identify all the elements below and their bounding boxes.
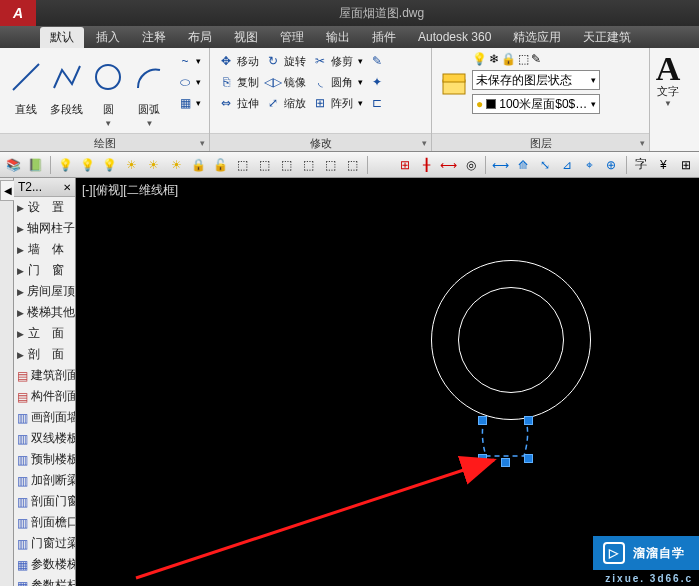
polyline-button[interactable]: 多段线	[47, 52, 86, 119]
palette-group[interactable]: ▶墙 体	[14, 239, 75, 260]
explode-button[interactable]: ✦	[367, 73, 387, 91]
rotate-button[interactable]: ↻旋转	[263, 52, 308, 70]
grip[interactable]	[524, 454, 533, 463]
tab-output[interactable]: 输出	[316, 27, 360, 48]
text-icon[interactable]: A	[656, 54, 681, 84]
palette-group[interactable]: ▶设 置	[14, 197, 75, 218]
mirror-button[interactable]: ◁▷镜像	[263, 73, 308, 91]
tb-bulb2[interactable]: 💡	[78, 155, 97, 175]
draw-misc2[interactable]: ⬭▾	[175, 73, 203, 91]
tb-t1[interactable]: 字	[632, 155, 651, 175]
palette-item[interactable]: ▥画剖面墙	[14, 407, 75, 428]
tab-insert[interactable]: 插入	[86, 27, 130, 48]
panel-draw-title[interactable]: 绘图	[0, 133, 209, 151]
tb-t3[interactable]: ⊞	[676, 155, 695, 175]
layer-current-dropdown[interactable]: ● 100米屋面$0$屋面 ▾	[472, 94, 600, 114]
tb-dim2[interactable]: ◎	[461, 155, 480, 175]
tab-default[interactable]: 默认	[40, 27, 84, 48]
tb-mk1[interactable]: ⬚	[233, 155, 252, 175]
fillet-button[interactable]: ◟圆角▾	[310, 73, 365, 91]
offset-button[interactable]: ⊏	[367, 94, 387, 112]
move-button[interactable]: ✥移动	[216, 52, 261, 70]
tb-layer1[interactable]: 📚	[4, 155, 23, 175]
tb-dim1[interactable]: ⟷	[439, 155, 458, 175]
tab-featured[interactable]: 精选应用	[503, 27, 571, 48]
draw-misc3[interactable]: ▦▾	[175, 94, 203, 112]
app-logo[interactable]: A	[0, 0, 36, 26]
tb-mk2[interactable]: ⬚	[255, 155, 274, 175]
palette-item[interactable]: ▥剖面檐口	[14, 512, 75, 533]
palette-item[interactable]: ▦参数楼梯	[14, 554, 75, 575]
layer-iso-icon[interactable]: ⬚	[518, 52, 529, 66]
layer-freeze-icon[interactable]: ❄	[489, 52, 499, 66]
grip[interactable]	[478, 454, 487, 463]
tb-mk3[interactable]: ⬚	[277, 155, 296, 175]
circle-button[interactable]: 圆 ▼	[89, 52, 128, 130]
tb-t2[interactable]: ¥	[654, 155, 673, 175]
palette-group[interactable]: ▶房间屋顶	[14, 281, 75, 302]
qat-new-icon[interactable]	[42, 5, 58, 21]
drawing-canvas[interactable]: [-][俯视][二维线框] ▷ 溜溜自学 zixue. 3d66.c	[76, 178, 699, 586]
grip-mid[interactable]	[501, 458, 510, 467]
palette-group[interactable]: ▶楼梯其他	[14, 302, 75, 323]
left-tab[interactable]: ◀	[0, 180, 15, 201]
tb-mk4[interactable]: ⬚	[299, 155, 318, 175]
tb-bulb1[interactable]: 💡	[56, 155, 75, 175]
tb-layer2[interactable]: 📗	[26, 155, 45, 175]
tb-sun1[interactable]: ☀	[122, 155, 141, 175]
tb-d1[interactable]: ⟷	[491, 155, 510, 175]
tb-mk6[interactable]: ⬚	[343, 155, 362, 175]
panel-modify-title[interactable]: 修改	[210, 133, 431, 151]
layer-off-icon[interactable]: 💡	[472, 52, 487, 66]
panel-layer-title[interactable]: 图层	[432, 133, 649, 151]
tab-tangent[interactable]: 天正建筑	[573, 27, 641, 48]
tb-grid[interactable]: ⊞	[395, 155, 414, 175]
draw-misc1[interactable]: ~▾	[175, 52, 203, 70]
palette-item[interactable]: ▦参数栏杆	[14, 575, 75, 586]
tab-layout[interactable]: 布局	[178, 27, 222, 48]
palette-item[interactable]: ▤构件剖面	[14, 386, 75, 407]
close-icon[interactable]: ✕	[63, 182, 71, 193]
tb-d2[interactable]: ⟰	[513, 155, 532, 175]
tb-sun3[interactable]: ☀	[167, 155, 186, 175]
grip[interactable]	[478, 416, 487, 425]
tb-d5[interactable]: ⌖	[580, 155, 599, 175]
tab-autodesk360[interactable]: Autodesk 360	[408, 28, 501, 46]
trim-button[interactable]: ✂修剪▾	[310, 52, 365, 70]
palette-group[interactable]: ▶门 窗	[14, 260, 75, 281]
tab-manage[interactable]: 管理	[270, 27, 314, 48]
tab-annotate[interactable]: 注释	[132, 27, 176, 48]
tb-d6[interactable]: ⊕	[602, 155, 621, 175]
palette-header[interactable]: T2... ✕	[14, 178, 75, 197]
scale-button[interactable]: ⤢缩放	[263, 94, 308, 112]
palette-group[interactable]: ▶立 面	[14, 323, 75, 344]
layer-properties-button[interactable]	[438, 52, 470, 116]
palette-item[interactable]: ▥剖面门窗	[14, 491, 75, 512]
palette-item[interactable]: ▥预制楼板	[14, 449, 75, 470]
tab-plugins[interactable]: 插件	[362, 27, 406, 48]
palette-item[interactable]: ▥双线楼板	[14, 428, 75, 449]
tb-d3[interactable]: ⤡	[536, 155, 555, 175]
palette-group[interactable]: ▶剖 面	[14, 344, 75, 365]
layer-state-dropdown[interactable]: 未保存的图层状态 ▾	[472, 70, 600, 90]
palette-item[interactable]: ▤建筑剖面	[14, 365, 75, 386]
viewport-label[interactable]: [-][俯视][二维线框]	[82, 182, 178, 199]
inner-circle[interactable]	[458, 287, 564, 393]
tb-sun2[interactable]: ☀	[144, 155, 163, 175]
layer-match-icon[interactable]: ✎	[531, 52, 541, 66]
tb-lock2[interactable]: 🔓	[211, 155, 230, 175]
palette-item[interactable]: ▥加剖断梁	[14, 470, 75, 491]
erase-button[interactable]: ✎	[367, 52, 387, 70]
tb-d4[interactable]: ⊿	[558, 155, 577, 175]
tb-axis[interactable]: ╂	[417, 155, 436, 175]
stretch-button[interactable]: ⇔拉伸	[216, 94, 261, 112]
layer-lock-icon[interactable]: 🔒	[501, 52, 516, 66]
copy-button[interactable]: ⎘复制	[216, 73, 261, 91]
array-button[interactable]: ⊞阵列▾	[310, 94, 365, 112]
palette-group[interactable]: ▶轴网柱子	[14, 218, 75, 239]
tb-lock1[interactable]: 🔒	[189, 155, 208, 175]
tab-view[interactable]: 视图	[224, 27, 268, 48]
grip[interactable]	[524, 416, 533, 425]
tb-mk5[interactable]: ⬚	[321, 155, 340, 175]
line-button[interactable]: 直线	[6, 52, 45, 119]
